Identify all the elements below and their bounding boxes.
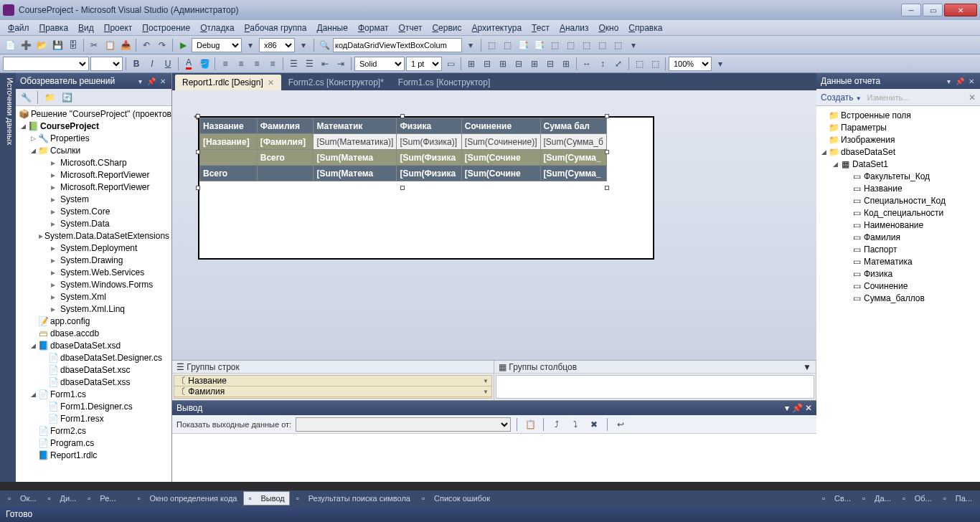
close-icon[interactable]: ✕ [805,403,812,413]
open-icon[interactable]: 📂 [34,38,49,52]
reportdata-item[interactable]: ▭Математика [816,255,980,267]
output-tool-icon[interactable]: ⤵ [568,417,583,432]
report-cell[interactable]: Всего [200,166,258,181]
report-cell[interactable]: [Sum(Физика)] [397,134,461,150]
align-tool-icon[interactable]: ⊟ [512,57,526,71]
menu-отчет[interactable]: Отчет [394,22,428,34]
reportdata-item[interactable]: ▭Название [816,182,980,194]
tree-item[interactable]: 🗃dbase.accdb [16,327,171,339]
reportdata-item[interactable]: 📁Параметры [816,121,980,133]
tree-item[interactable]: ◢ 📘dbaseDataSet.xsd [16,339,171,351]
tree-item[interactable]: ▸System.Windows.Forms [16,278,171,290]
output-tool-icon[interactable]: ↩ [613,417,628,432]
report-cell[interactable]: [Sum(Сумма_ [540,166,607,181]
report-cell[interactable]: Фамилия [257,118,314,134]
tree-item[interactable]: 📄Program.cs [16,437,171,449]
bottom-tab[interactable]: ▫Результаты поиска символа [291,491,415,506]
menu-справка[interactable]: Справка [623,22,667,34]
report-tablix[interactable]: НазваниеФамилияМатематикФизикаСочинениеС… [199,118,607,181]
output-text[interactable] [172,434,816,482]
config-select[interactable]: Debug [192,38,242,52]
tree-item[interactable]: 📄dbaseDataSet.Designer.cs [16,351,171,364]
menu-сервис[interactable]: Сервис [427,22,466,34]
tree-item[interactable]: ▸System.Data [16,217,171,229]
align-tool-icon[interactable]: ⊟ [480,57,494,71]
spacing-icon[interactable]: ⬚ [648,57,662,71]
font-select[interactable] [3,57,89,71]
bottom-tab[interactable]: ▫Ди... [43,491,82,506]
pin-icon[interactable]: 📌 [956,77,964,85]
tree-item[interactable]: ▷🔧Properties [16,132,171,144]
report-cell[interactable] [200,150,258,166]
menu-рабочая группа[interactable]: Рабочая группа [240,22,312,34]
tree-item[interactable]: ▸System.Web.Services [16,266,171,278]
tree-item[interactable]: ▸System.Core [16,205,171,217]
bottom-tab[interactable]: ▫Да... [857,491,896,506]
tab-close-icon[interactable]: ✕ [268,78,274,87]
menu-отладка[interactable]: Отладка [195,22,239,34]
menu-окно[interactable]: Окно [593,22,623,34]
menu-архитектура[interactable]: Архитектура [467,22,527,34]
report-cell[interactable]: [Sum(Сочинение)] [461,134,540,150]
report-cell[interactable]: [Название] [200,134,258,150]
save-icon[interactable]: 💾 [50,38,65,52]
fontsize-select[interactable] [90,57,123,71]
reportdata-item[interactable]: ▭Факультеты_Код [816,170,980,182]
paste-icon[interactable]: 📥 [118,38,133,52]
border-style-select[interactable]: Solid [354,57,405,71]
document-tab[interactable]: Form2.cs [Конструктор]* [281,75,391,90]
create-link[interactable]: Создать ▼ [821,92,862,103]
menu-анализ[interactable]: Анализ [555,22,594,34]
close-icon[interactable]: ✕ [159,77,167,85]
align-tool-icon[interactable]: ⊞ [527,57,542,71]
bottom-tab[interactable]: ▫Окно определения кода [132,491,242,506]
report-cell[interactable]: [Sum(Сумма_ [540,150,607,166]
tree-item[interactable]: ▸System.Data.DataSetExtensions [16,229,171,242]
tree-item[interactable]: 📦Решение "CourseProject" (проектов: 1) [16,108,171,120]
menu-построение[interactable]: Построение [137,22,195,34]
reportdata-item[interactable]: ▭Наименование [816,219,980,231]
fontcolor-icon[interactable]: A [182,57,196,71]
report-cell[interactable]: Сумма бал [540,118,607,134]
maximize-button[interactable]: ▭ [923,4,943,16]
minimize-button[interactable]: ─ [901,4,921,16]
tree-item[interactable]: 📄Form2.cs [16,424,171,437]
start-debug-icon[interactable]: ▶ [176,38,190,52]
bold-icon[interactable]: B [129,57,143,71]
datasources-collapsed-tab[interactable]: Источники данных [0,73,16,482]
save-all-icon[interactable]: 🗄 [66,38,80,52]
tree-item[interactable]: ◢📁Ссылки [16,144,171,156]
report-cell[interactable] [257,166,314,181]
indent-icon[interactable]: ⇤ [318,57,332,71]
report-cell[interactable]: [Sum(Математика)] [314,134,397,150]
tb-icon[interactable]: ⬚ [484,38,499,52]
menu-проект[interactable]: Проект [99,22,138,34]
menu-правка[interactable]: Правка [34,22,74,34]
list-icon[interactable]: ☰ [302,57,316,71]
bottom-tab[interactable]: ▫Ре... [83,491,121,506]
border-width-select[interactable]: 1 pt [406,57,442,71]
align-tool-icon[interactable]: ⊞ [496,57,510,71]
bottom-tab[interactable]: ▫Список ошибок [417,491,495,506]
tb-icon[interactable]: ⬚ [500,38,514,52]
rowgroup-item[interactable]: 〔 Фамилия▼ [174,386,491,397]
tree-item[interactable]: ▸Microsoft.ReportViewer [16,169,171,181]
underline-icon[interactable]: U [161,57,175,71]
align-tool-icon[interactable]: ⊞ [559,57,573,71]
tb-icon[interactable]: ⬚ [547,38,562,52]
report-cell[interactable]: [Sum(Сумма_б [540,134,607,150]
dropdown-icon[interactable]: ▾ [785,403,789,413]
reportdata-item[interactable]: ▭Код_специальности [816,207,980,219]
dropdown-icon[interactable]: ▾ [136,77,144,85]
tree-item[interactable]: ▸System.Drawing [16,254,171,266]
tb-icon[interactable]: ⬚ [595,38,609,52]
dropdown-icon[interactable]: ▾ [944,77,953,85]
tb-icon[interactable]: ⬚ [579,38,593,52]
report-cell[interactable]: Физика [397,118,461,134]
reportdata-item[interactable]: ▭Специальности_Код [816,194,980,207]
tb-icon[interactable]: 📑 [532,38,546,52]
reportdata-item[interactable]: ▭Сочинение [816,280,980,292]
delete-icon[interactable]: ✕ [969,92,976,103]
find-input[interactable] [333,38,462,52]
tree-item[interactable]: ▸Microsoft.ReportViewer [16,181,171,193]
